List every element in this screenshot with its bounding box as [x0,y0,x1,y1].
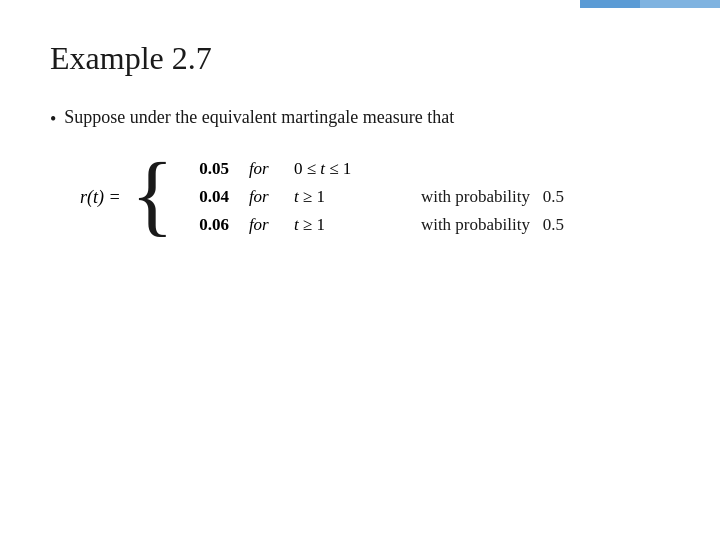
case-condition-3: t ≥ 1 [294,215,384,235]
top-bar-segment-1 [580,0,640,8]
case-for-2: for [249,187,274,207]
case-value-2: 0.04 [189,187,229,207]
case-for-1: for [249,159,274,179]
formula-lhs: r(t) = [80,187,121,208]
top-bar [580,0,720,8]
formula-container: r(t) = { 0.05 for 0 ≤ t ≤ 1 0.04 for t ≥… [80,152,670,242]
case-row-3: 0.06 for t ≥ 1 with probability 0.5 [189,215,564,235]
case-for-3: for [249,215,274,235]
cases-table: 0.05 for 0 ≤ t ≤ 1 0.04 for t ≥ 1 with p… [189,159,564,235]
slide-content: Example 2.7 • Suppose under the equivale… [0,0,720,272]
case-row-1: 0.05 for 0 ≤ t ≤ 1 [189,159,564,179]
case-prob-2: with probability 0.5 [404,187,564,207]
bullet-point: • Suppose under the equivalent martingal… [50,107,670,132]
slide-title: Example 2.7 [50,40,670,77]
case-condition-1: 0 ≤ t ≤ 1 [294,159,384,179]
bullet-dot: • [50,107,56,132]
case-value-1: 0.05 [189,159,229,179]
top-bar-segment-2 [640,0,720,8]
case-value-3: 0.06 [189,215,229,235]
case-condition-2: t ≥ 1 [294,187,384,207]
bullet-text: Suppose under the equivalent martingale … [64,107,454,128]
case-row-2: 0.04 for t ≥ 1 with probability 0.5 [189,187,564,207]
left-brace: { [131,150,174,240]
case-prob-3: with probability 0.5 [404,215,564,235]
